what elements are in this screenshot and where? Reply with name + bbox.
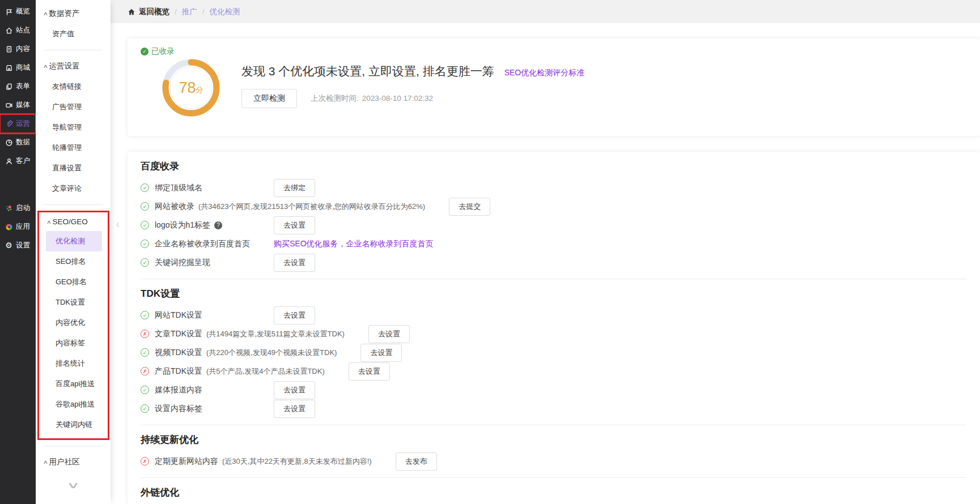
go-submit-button[interactable]: 去提交 bbox=[449, 198, 490, 216]
check-row: 绑定顶级域名 去绑定 bbox=[141, 178, 966, 197]
check-item-name: 企业名称被收录到百度首页 bbox=[155, 239, 250, 249]
form-copy-icon bbox=[5, 82, 13, 91]
go-set-button[interactable]: 去设置 bbox=[274, 254, 315, 272]
check-item-name: 定期更新网站内容 bbox=[155, 456, 218, 467]
subnav-item-friend-links[interactable]: 友情链接 bbox=[43, 76, 105, 97]
rail-item-label: 表单 bbox=[16, 82, 30, 91]
subnav-section-header[interactable]: ∧数据资产 bbox=[36, 3, 111, 24]
go-set-button[interactable]: 去设置 bbox=[368, 325, 410, 343]
content-doc-icon bbox=[5, 45, 13, 53]
home-icon[interactable] bbox=[128, 8, 135, 16]
secondary-sidebar: ∧数据资产 资产值 ∧运营设置 友情链接 广告管理 导航管理 轮播管理 直播设置… bbox=[36, 0, 111, 504]
help-icon[interactable]: ? bbox=[214, 221, 222, 229]
check-row: 产品TDK设置(共5个产品,发现4个产品未设置TDK) 去设置 bbox=[141, 362, 966, 381]
rail-item-settings[interactable]: ⚙ 设置 bbox=[0, 236, 36, 255]
subnav-section-header[interactable]: ∧运营设置 bbox=[36, 56, 111, 76]
go-bind-button[interactable]: 去绑定 bbox=[274, 179, 315, 197]
breadcrumb-back-link[interactable]: 返回概览 bbox=[139, 7, 169, 17]
score-headline: 发现 3 个优化项未设置, 立即设置, 排名更胜一筹 bbox=[241, 63, 494, 79]
rail-spacer bbox=[0, 170, 36, 199]
check-ok-icon bbox=[141, 183, 149, 192]
subnav-section-title: SEO/GEO bbox=[53, 217, 88, 226]
subnav-section-header[interactable]: ∧SEO/GEO bbox=[39, 212, 108, 231]
score-row: 78 分 发现 3 个优化项未设置, 立即设置, 排名更胜一筹 SEO优化检测评… bbox=[141, 58, 966, 118]
rail-item-form[interactable]: 表单 bbox=[0, 77, 36, 96]
go-set-button[interactable]: 去设置 bbox=[274, 381, 315, 399]
go-publish-button[interactable]: 去发布 bbox=[396, 452, 437, 471]
data-pie-icon bbox=[5, 138, 13, 147]
check-error-icon bbox=[141, 367, 149, 375]
last-check-value: 2023-08-10 17:02:32 bbox=[362, 94, 433, 102]
seo-checklist-card: 百度收录 绑定顶级域名 去绑定 网站被收录(共34623个网页,发现21513个… bbox=[128, 152, 980, 504]
subnav-item-optimization-check[interactable]: 优化检测 bbox=[46, 231, 102, 251]
breadcrumb-promotion-link[interactable]: 推广 bbox=[182, 7, 197, 17]
check-item-desc: (共5个产品,发现4个产品未设置TDK) bbox=[206, 366, 325, 377]
check-item-name: 文章TDK设置 bbox=[155, 329, 202, 339]
check-ok-icon bbox=[141, 240, 149, 248]
rail-item-customer[interactable]: 客户 bbox=[0, 152, 36, 170]
check-ok-icon bbox=[141, 221, 149, 229]
divider bbox=[44, 50, 103, 50]
check-now-button[interactable]: 立即检测 bbox=[241, 89, 297, 108]
subnav-section-user-community: ∧用户社区 bbox=[36, 452, 111, 472]
launch-dots-icon bbox=[5, 204, 13, 212]
primary-sidebar: 概览 站点 内容 商城 表单 媒体 运营 数据 bbox=[0, 0, 36, 504]
buy-seo-service-link[interactable]: 购买SEO优化服务，企业名称收录到百度首页 bbox=[274, 239, 434, 249]
chevron-down-icon[interactable]: ∨ bbox=[0, 480, 155, 490]
check-item-name: logo设为h1标签 bbox=[155, 220, 210, 230]
rail-item-label: 启动 bbox=[16, 203, 30, 213]
scoring-standard-link[interactable]: SEO优化检测评分标准 bbox=[504, 68, 585, 78]
last-check-label: 上次检测时间: bbox=[311, 94, 359, 102]
rail-item-site[interactable]: 站点 bbox=[0, 21, 36, 40]
subnav-item-carousel-management[interactable]: 轮播管理 bbox=[43, 138, 105, 158]
customer-person-icon bbox=[5, 157, 13, 165]
subnav-item-asset-value[interactable]: 资产值 bbox=[43, 24, 105, 44]
subnav-item-seo-ranking[interactable]: SEO排名 bbox=[46, 251, 102, 272]
subnav-item-keyword-internal-links[interactable]: 关键词内链 bbox=[46, 415, 102, 435]
subnav-item-baidu-api-push[interactable]: 百度api推送 bbox=[46, 374, 102, 394]
check-item-desc: (近30天,其中22天有更新,8天未发布过新内容!) bbox=[222, 456, 372, 467]
subnav-item-tdk-settings[interactable]: TDK设置 bbox=[46, 292, 102, 313]
rail-item-overview[interactable]: 概览 bbox=[0, 2, 36, 21]
collapse-sidebar-handle[interactable]: ‹ bbox=[116, 217, 120, 230]
seo-score-card: ✓ 已收录 78 分 bbox=[128, 39, 980, 136]
rail-item-label: 运营 bbox=[16, 119, 30, 129]
rail-item-operation[interactable]: 运营 bbox=[0, 114, 36, 133]
subnav-item-ad-management[interactable]: 广告管理 bbox=[43, 97, 105, 117]
check-item-name: 关键词挖掘呈现 bbox=[155, 258, 210, 268]
go-set-button[interactable]: 去设置 bbox=[274, 400, 315, 418]
rail-item-content[interactable]: 内容 bbox=[0, 40, 36, 58]
subnav-item-content-optimization[interactable]: 内容优化 bbox=[46, 313, 102, 333]
check-ok-icon bbox=[141, 348, 149, 357]
breadcrumb: 返回概览 / 推广 / 优化检测 bbox=[111, 0, 980, 23]
chevron-up-icon: ∧ bbox=[43, 459, 48, 465]
last-check-time: 上次检测时间:2023-08-10 17:02:32 bbox=[311, 93, 433, 104]
check-row: 视频TDK设置(共220个视频,发现49个视频未设置TDK) 去设置 bbox=[141, 343, 966, 362]
subnav-item-nav-management[interactable]: 导航管理 bbox=[43, 117, 105, 138]
rail-item-mall[interactable]: 商城 bbox=[0, 58, 36, 77]
score-donut-chart: 78 分 bbox=[161, 58, 221, 118]
check-row: 媒体报道内容 去设置 bbox=[141, 381, 966, 399]
rail-item-media[interactable]: 媒体 bbox=[0, 96, 36, 114]
subnav-item-live-settings[interactable]: 直播设置 bbox=[43, 158, 105, 178]
check-item-desc: (共34623个网页,发现21513个网页被收录,您的网站收录百分比为62%) bbox=[198, 202, 425, 212]
subnav-item-content-tags[interactable]: 内容标签 bbox=[46, 333, 102, 353]
subnav-item-google-api-push[interactable]: 谷歌api推送 bbox=[46, 394, 102, 415]
rail-item-apps[interactable]: 应用 bbox=[0, 217, 36, 236]
go-set-button[interactable]: 去设置 bbox=[360, 344, 402, 362]
rail-item-launch[interactable]: 启动 bbox=[0, 199, 36, 217]
rail-item-label: 站点 bbox=[16, 25, 30, 35]
settings-gear-icon: ⚙ bbox=[5, 241, 13, 250]
chevron-up-icon: ∧ bbox=[43, 63, 48, 69]
subnav-item-article-comments[interactable]: 文章评论 bbox=[43, 178, 105, 199]
subnav-item-ranking-stats[interactable]: 排名统计 bbox=[46, 353, 102, 374]
go-set-button[interactable]: 去设置 bbox=[274, 306, 315, 324]
subnav-section-header[interactable]: ∧用户社区 bbox=[36, 452, 111, 472]
rail-item-data[interactable]: 数据 bbox=[0, 133, 36, 152]
go-set-button[interactable]: 去设置 bbox=[274, 216, 315, 234]
subnav-item-geo-ranking[interactable]: GEO排名 bbox=[46, 272, 102, 292]
media-video-icon bbox=[5, 101, 13, 109]
go-set-button[interactable]: 去设置 bbox=[349, 362, 390, 381]
check-ok-icon bbox=[141, 404, 149, 413]
rail-item-label: 客户 bbox=[16, 156, 30, 166]
